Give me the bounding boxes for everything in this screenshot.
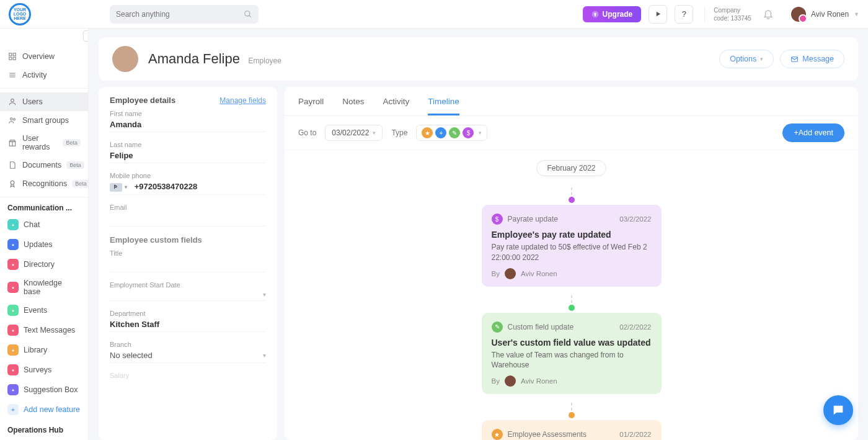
event-description: The value of Team was changed from to Wa…: [492, 350, 652, 371]
timeline-card[interactable]: $Payrate update03/2/2022Employee's pay r…: [482, 205, 662, 287]
award-icon: [7, 179, 17, 189]
profile-avatar[interactable]: [112, 46, 138, 72]
event-type-icon: ✎: [492, 321, 503, 333]
start-date-field[interactable]: ▾: [110, 291, 266, 298]
feature-icon: ▪: [7, 364, 19, 375]
message-button[interactable]: Message: [780, 50, 844, 68]
event-type-icon: ★: [492, 429, 503, 440]
chevron-down-icon[interactable]: ▾: [125, 184, 127, 190]
sidebar-item-user-rewards[interactable]: User rewards Beta: [0, 130, 88, 156]
email-field[interactable]: [110, 213, 266, 223]
event-date: 03/2/2022: [619, 215, 651, 223]
title-field[interactable]: [110, 259, 266, 269]
logo[interactable]: YOUR LOGO HERE: [9, 3, 31, 25]
search-icon: [244, 10, 252, 19]
sidebar-item-knowledge-base[interactable]: ▪Knowledge base: [0, 274, 88, 300]
tab-activity[interactable]: Activity: [383, 94, 410, 115]
title-label: Title: [110, 249, 266, 257]
help-button[interactable]: ?: [675, 5, 693, 24]
event-date: 01/2/2022: [619, 431, 651, 438]
last-name-field[interactable]: Felipe: [110, 151, 266, 160]
options-button[interactable]: Options ▾: [719, 50, 774, 68]
type-chip-payrate: $: [463, 127, 474, 138]
chevron-down-icon: ▾: [373, 130, 376, 136]
document-icon: [7, 160, 17, 170]
event-type-label: Employee Assessments: [508, 430, 587, 439]
beta-badge: Beta: [66, 161, 84, 169]
profile-name: Amanda Felipe: [148, 51, 240, 66]
sidebar-item-activity[interactable]: Activity: [0, 66, 88, 84]
feature-icon: ▪: [7, 325, 19, 336]
chat-fab[interactable]: [823, 395, 853, 425]
type-chip-custom: ✎: [449, 127, 460, 138]
tab-timeline[interactable]: Timeline: [428, 94, 459, 115]
message-icon: [790, 55, 799, 63]
sidebar-heading-communication: Communication ...: [0, 197, 88, 215]
user-avatar: [791, 7, 806, 22]
goto-date-picker[interactable]: 03/02/2022 ▾: [325, 125, 383, 141]
sidebar-item-users[interactable]: Users: [0, 92, 88, 111]
sidebar-item-updates[interactable]: ▪Updates: [0, 235, 88, 254]
sidebar-collapse-button[interactable]: ‹: [83, 30, 89, 42]
feature-icon: ▪: [7, 384, 19, 395]
sidebar-item-surveys[interactable]: ▪Surveys: [0, 360, 88, 380]
search-input[interactable]: [116, 10, 228, 19]
users-icon: [7, 115, 17, 125]
company-code: Company code: 133745: [704, 6, 751, 22]
svg-point-0: [245, 11, 250, 16]
flag-icon: 🏳: [110, 183, 122, 192]
filter-row: Go to 03/02/2022 ▾ Type ★ + ✎ $ ▾ +Add e…: [285, 116, 858, 150]
manage-fields-link[interactable]: Manage fields: [219, 96, 266, 105]
sidebar-item-chat[interactable]: ▪Chat: [0, 215, 88, 235]
sidebar-item-timeclock[interactable]: ◷ Time Clock: [0, 437, 88, 440]
plus-icon: +: [7, 404, 19, 415]
add-feature-button[interactable]: + Add new feature: [0, 400, 88, 420]
svg-point-15: [11, 181, 14, 184]
timeline-card[interactable]: ★Employee Assessments01/2/20221st quarte…: [482, 420, 662, 440]
feature-icon: ▪: [7, 305, 19, 316]
play-button[interactable]: [649, 5, 667, 24]
user-name: Aviv Ronen: [811, 10, 849, 19]
type-chip-add: +: [435, 127, 446, 138]
search-box[interactable]: [110, 5, 259, 24]
svg-point-11: [11, 118, 13, 120]
upgrade-button[interactable]: Upgrade: [583, 6, 642, 22]
svg-rect-5: [9, 57, 12, 60]
sidebar-item-recognitions[interactable]: Recognitions Beta: [0, 174, 88, 193]
event-type-label: Payrate update: [508, 215, 558, 223]
email-label: Email: [110, 204, 266, 211]
sidebar-item-events[interactable]: ▪Events: [0, 300, 88, 320]
mobile-field[interactable]: 🏳▾ +9720538470228: [110, 182, 266, 192]
type-filter[interactable]: ★ + ✎ $ ▾: [416, 125, 487, 141]
details-heading: Employee details: [110, 96, 175, 105]
chevron-down-icon: ▾: [263, 352, 266, 359]
user-menu[interactable]: Aviv Ronen ▼: [791, 7, 859, 22]
timeline-card[interactable]: ✎Custom field update02/2/2022User's cust…: [482, 313, 662, 395]
add-event-button[interactable]: +Add event: [782, 123, 844, 142]
event-description: Pay rate updated to 50$ effective of Wed…: [492, 242, 652, 263]
sidebar-item-directory[interactable]: ▪Directory: [0, 254, 88, 274]
grid-icon: [7, 52, 17, 61]
first-name-field[interactable]: Amanda: [110, 120, 266, 129]
beta-badge: Beta: [63, 139, 81, 146]
svg-rect-4: [13, 53, 16, 56]
sidebar-item-suggestion-box[interactable]: ▪Suggestion Box: [0, 380, 88, 400]
event-title: User's custom field value was updated: [492, 338, 652, 348]
author-avatar: [505, 268, 516, 279]
profile-header: Amanda Felipe Employee Options ▾ Message: [99, 37, 858, 81]
notifications-button[interactable]: [759, 9, 777, 20]
department-field[interactable]: Kitchen Staff: [110, 320, 266, 329]
sidebar-item-overview[interactable]: Overview: [0, 47, 88, 66]
mobile-label: Mobile phone: [110, 172, 266, 179]
sidebar-item-text-messages[interactable]: ▪Text Messages: [0, 320, 88, 340]
tab-payroll[interactable]: Payroll: [298, 94, 324, 115]
sidebar-item-library[interactable]: ▪Library: [0, 340, 88, 360]
sidebar-item-smart-groups[interactable]: Smart groups: [0, 111, 88, 130]
branch-field[interactable]: No selected▾: [110, 351, 266, 360]
event-date: 02/2/2022: [619, 323, 651, 331]
sidebar-item-documents[interactable]: Documents Beta: [0, 156, 88, 174]
upgrade-icon: [591, 11, 599, 18]
tab-notes[interactable]: Notes: [342, 94, 364, 115]
department-label: Department: [110, 310, 266, 317]
timeline-month: February 2022: [536, 160, 606, 176]
